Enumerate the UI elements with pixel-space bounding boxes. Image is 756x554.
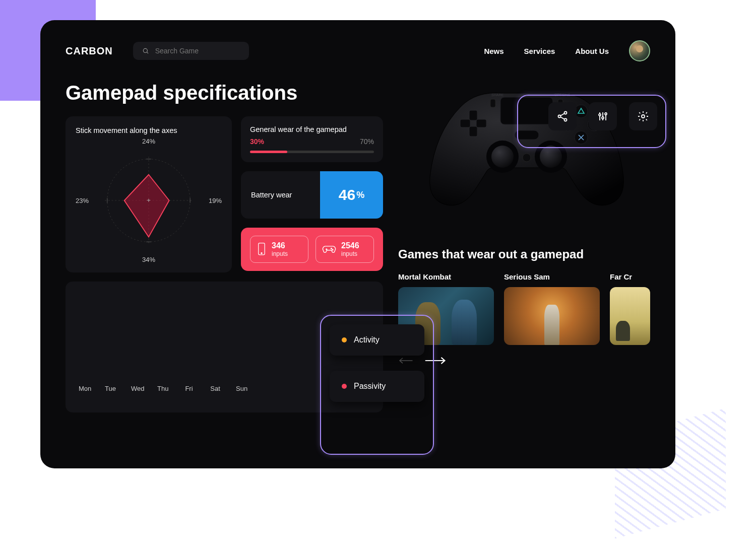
day-label: Fri xyxy=(183,385,195,392)
phone-inputs-label: inputs xyxy=(272,250,288,257)
svg-text:SHARE: SHARE xyxy=(491,93,503,97)
wear-card-title: General wear of the gamepad xyxy=(250,125,374,133)
wear-low-value: 30% xyxy=(250,137,264,146)
app-window: CARBON News Services About Us Gamepad sp… xyxy=(40,20,675,468)
gamepad-icon xyxy=(322,244,336,255)
battery-percent-sign: % xyxy=(356,190,364,200)
svg-text:+: + xyxy=(147,196,151,204)
day-label: Wed xyxy=(131,385,142,392)
radar-label-right: 19% xyxy=(209,197,222,204)
battery-value-number: 46 xyxy=(339,186,355,203)
svg-line-1 xyxy=(147,52,148,54)
gear-icon xyxy=(637,110,649,122)
stick-movement-card: Stick movement along the axes 24% 19% 34… xyxy=(66,116,232,272)
games-row: Mortal Kombat Serious Sam Far Cr xyxy=(398,272,650,345)
legend-activity-label: Activity xyxy=(354,335,380,344)
svg-point-0 xyxy=(143,48,147,52)
svg-marker-9 xyxy=(124,175,169,237)
legend-passivity-label: Passivity xyxy=(354,382,386,391)
wear-progress-fill xyxy=(250,151,287,153)
gamepad-inputs-label: inputs xyxy=(341,250,359,257)
settings-button[interactable] xyxy=(629,102,657,130)
sliders-icon xyxy=(597,110,609,122)
svg-point-51 xyxy=(642,115,645,118)
svg-rect-22 xyxy=(476,119,486,127)
activity-bars xyxy=(79,293,370,376)
search-icon xyxy=(142,47,149,55)
search-box[interactable] xyxy=(133,42,249,60)
svg-point-37 xyxy=(523,154,531,162)
carousel-arrows xyxy=(398,356,650,365)
day-label: Thu xyxy=(157,385,168,392)
svg-point-15 xyxy=(331,248,332,249)
tool-row xyxy=(548,102,657,130)
radar-chart: 24% 19% 34% 23% + xyxy=(76,137,222,263)
svg-rect-17 xyxy=(500,97,553,124)
equalizer-button[interactable] xyxy=(589,102,617,130)
svg-line-43 xyxy=(560,113,564,116)
svg-point-42 xyxy=(564,119,567,121)
legend-dot-activity xyxy=(342,337,347,342)
day-label: Tue xyxy=(105,385,116,392)
day-label: Mon xyxy=(79,385,90,392)
search-input[interactable] xyxy=(155,47,240,55)
legend-activity-button[interactable]: Activity xyxy=(330,324,424,356)
radar-label-bottom: 34% xyxy=(142,256,155,263)
radar-svg: + xyxy=(76,137,222,263)
legend-dot-passivity xyxy=(342,384,347,389)
legend-popup: Activity Passivity xyxy=(330,324,424,402)
game-item[interactable]: Serious Sam xyxy=(504,272,600,345)
stick-card-title: Stick movement along the axes xyxy=(76,126,222,134)
svg-text:OPTIONS: OPTIONS xyxy=(554,93,571,97)
game-item[interactable]: Far Cr xyxy=(610,272,650,345)
battery-label: Battery wear xyxy=(241,171,311,219)
svg-point-12 xyxy=(261,252,262,253)
games-section: Games that wear out a gamepad Mortal Kom… xyxy=(398,247,650,365)
svg-rect-18 xyxy=(515,130,539,140)
phone-icon xyxy=(257,242,267,256)
legend-passivity-button[interactable]: Passivity xyxy=(330,371,424,402)
svg-rect-33 xyxy=(490,99,495,107)
svg-point-46 xyxy=(599,114,601,116)
input-box-gamepad: 2546 inputs xyxy=(316,236,374,263)
wear-high-value: 70% xyxy=(360,137,374,146)
day-label: Sun xyxy=(236,385,247,392)
battery-card: Battery wear 46% xyxy=(241,171,383,219)
svg-line-44 xyxy=(560,117,564,119)
svg-point-40 xyxy=(564,112,567,114)
svg-rect-19 xyxy=(469,110,477,120)
day-label: Sat xyxy=(210,385,221,392)
phone-inputs-value: 346 xyxy=(272,241,288,250)
game-thumb xyxy=(610,287,650,345)
gamepad-inputs-value: 2546 xyxy=(341,241,359,250)
game-name: Far Cr xyxy=(610,272,650,281)
svg-point-50 xyxy=(605,113,607,115)
inputs-card: 346 inputs 2546 inputs xyxy=(241,228,383,271)
svg-point-32 xyxy=(540,146,562,168)
activity-days: Mon Tue Wed Thu Fri Sat Sun xyxy=(79,385,370,392)
arrow-right-icon[interactable] xyxy=(424,356,447,365)
radar-label-top: 24% xyxy=(142,137,155,145)
controller-image: SHARE OPTIONS xyxy=(391,51,663,237)
wear-progress xyxy=(250,151,374,153)
svg-rect-21 xyxy=(460,119,470,127)
share-icon xyxy=(556,110,569,122)
share-button[interactable] xyxy=(548,102,577,130)
svg-point-16 xyxy=(332,249,333,250)
input-box-phone: 346 inputs xyxy=(250,236,308,263)
wear-card: General wear of the gamepad 30% 70% xyxy=(241,116,383,162)
svg-point-48 xyxy=(602,117,604,119)
svg-point-41 xyxy=(558,115,561,118)
game-thumb xyxy=(504,287,600,345)
radar-label-left: 23% xyxy=(76,197,89,204)
games-section-title: Games that wear out a gamepad xyxy=(398,247,650,261)
game-name: Serious Sam xyxy=(504,272,600,281)
game-name: Mortal Kombat xyxy=(398,272,494,281)
svg-point-30 xyxy=(491,146,514,168)
battery-value: 46% xyxy=(320,171,383,219)
svg-rect-20 xyxy=(469,126,477,136)
brand-logo: CARBON xyxy=(66,45,113,57)
